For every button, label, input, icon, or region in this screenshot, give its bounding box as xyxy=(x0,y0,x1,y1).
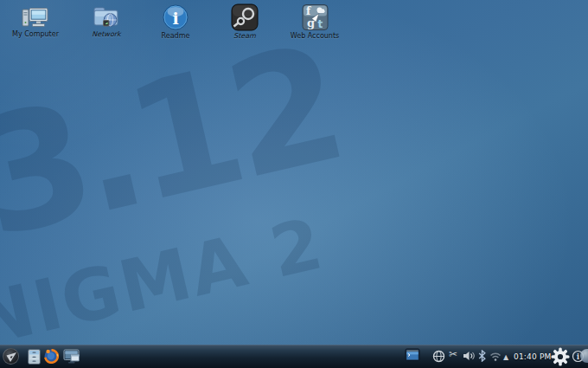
panel-cashew-toolbox[interactable] xyxy=(580,349,588,363)
readme-info-icon: i xyxy=(161,3,190,31)
terminal-icon[interactable] xyxy=(405,348,420,362)
wallpaper-codename-text: ENIGMA 2 xyxy=(0,185,374,368)
desktop-icon-label: Network xyxy=(79,30,134,38)
desktop-icon-label: My Computer xyxy=(8,30,63,38)
svg-text:f: f xyxy=(306,5,311,17)
web-accounts-icon: f g t xyxy=(300,3,329,31)
launcher-menu-button[interactable] xyxy=(3,348,19,365)
computer-icon xyxy=(21,3,50,29)
desktop-icon-readme[interactable]: i Readme xyxy=(148,3,203,40)
bluetooth-icon[interactable] xyxy=(477,350,487,362)
desktop-icon-label: Steam xyxy=(217,32,272,40)
volume-icon[interactable] xyxy=(463,351,475,361)
network-globe-icon[interactable] xyxy=(432,350,445,363)
steam-icon xyxy=(230,3,259,31)
taskbar-panel: ✂ ▲ 01:40 PM xyxy=(0,345,588,368)
wallpaper-watermark: 13.12 ENIGMA 2 xyxy=(0,17,374,368)
desktop-icon-my-computer[interactable]: My Computer xyxy=(8,3,63,38)
panel-clock[interactable]: 01:40 PM xyxy=(514,352,552,362)
svg-text:t: t xyxy=(318,18,323,30)
tray-expander-icon[interactable]: ▲ xyxy=(503,352,508,362)
desktop-icon-network[interactable]: Network xyxy=(79,3,134,38)
network-folder-icon xyxy=(92,3,121,29)
gear-icon[interactable] xyxy=(551,347,570,366)
desktop-icon-label: Web Accounts xyxy=(287,32,342,40)
firefox-icon[interactable] xyxy=(44,349,59,364)
clipboard-scissors-icon[interactable]: ✂ xyxy=(449,350,457,359)
svg-text:i: i xyxy=(172,9,178,28)
file-manager-icon[interactable] xyxy=(28,349,41,365)
desktop-icon-label: Readme xyxy=(148,32,203,40)
wallpaper-version-text: 13.12 xyxy=(0,17,351,290)
desktop-icon-web-accounts[interactable]: f g t Web Accounts xyxy=(287,3,342,40)
display-settings-icon[interactable] xyxy=(63,349,80,364)
launcher-arrow-icon xyxy=(6,352,17,363)
desktop-icon-steam[interactable]: Steam xyxy=(217,3,272,40)
desktop: 13.12 ENIGMA 2 My Computer xyxy=(0,0,588,368)
wifi-icon[interactable] xyxy=(489,351,502,361)
